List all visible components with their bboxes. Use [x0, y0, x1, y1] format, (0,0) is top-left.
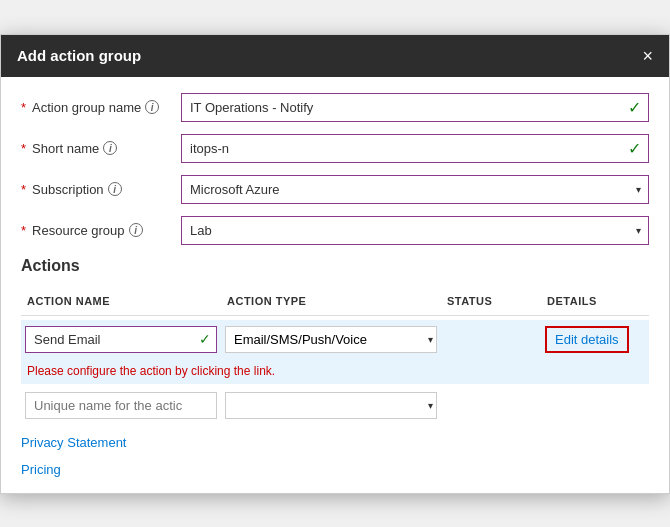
action-table-row: ✓ Email/SMS/Push/Voice ▾ Edit details — [21, 320, 649, 359]
short-name-input-wrap: ✓ — [181, 134, 649, 163]
action-details-cell: Edit details — [541, 326, 649, 353]
short-name-label: * Short name i — [21, 141, 181, 156]
action-type-select[interactable]: Email/SMS/Push/Voice — [225, 326, 437, 353]
dialog-header: Add action group × — [1, 35, 669, 77]
col-details: DETAILS — [541, 291, 649, 311]
new-action-type-select[interactable] — [225, 392, 437, 419]
dialog-title: Add action group — [17, 47, 141, 64]
short-name-check-icon: ✓ — [628, 139, 641, 158]
resource-group-label: * Resource group i — [21, 223, 181, 238]
required-star-3: * — [21, 182, 26, 197]
error-message: Please configure the action by clicking … — [27, 364, 275, 378]
subscription-select[interactable]: Microsoft Azure — [181, 175, 649, 204]
subscription-select-wrap: Microsoft Azure ▾ — [181, 175, 649, 204]
subscription-label: * Subscription i — [21, 182, 181, 197]
short-name-input[interactable] — [181, 134, 649, 163]
action-group-name-row: * Action group name i ✓ — [21, 93, 649, 122]
subscription-info-icon[interactable]: i — [108, 182, 122, 196]
short-name-row: * Short name i ✓ — [21, 134, 649, 163]
col-action-type: ACTION TYPE — [221, 291, 441, 311]
new-action-name-wrap — [21, 392, 221, 419]
new-action-name-input[interactable] — [25, 392, 217, 419]
resource-group-select-wrap: Lab ▾ — [181, 216, 649, 245]
action-type-cell: Email/SMS/Push/Voice ▾ — [221, 326, 441, 353]
error-row: Please configure the action by clicking … — [21, 359, 649, 384]
actions-table-header: ACTION NAME ACTION TYPE STATUS DETAILS — [21, 287, 649, 316]
short-name-info-icon[interactable]: i — [103, 141, 117, 155]
col-status: STATUS — [441, 291, 541, 311]
col-action-name: ACTION NAME — [21, 291, 221, 311]
action-group-name-input[interactable] — [181, 93, 649, 122]
resource-group-info-icon[interactable]: i — [129, 223, 143, 237]
required-star: * — [21, 100, 26, 115]
edit-details-button[interactable]: Edit details — [545, 326, 629, 353]
action-group-name-input-wrap: ✓ — [181, 93, 649, 122]
action-group-name-info-icon[interactable]: i — [145, 100, 159, 114]
privacy-statement-link[interactable]: Privacy Statement — [21, 435, 649, 450]
actions-section-title: Actions — [21, 257, 649, 275]
dialog-body: * Action group name i ✓ * Short name i ✓ — [1, 77, 669, 493]
resource-group-row: * Resource group i Lab ▾ — [21, 216, 649, 245]
required-star-4: * — [21, 223, 26, 238]
add-action-group-dialog: Add action group × * Action group name i… — [0, 34, 670, 494]
action-group-name-check-icon: ✓ — [628, 98, 641, 117]
required-star-2: * — [21, 141, 26, 156]
resource-group-select[interactable]: Lab — [181, 216, 649, 245]
action-name-cell: ✓ — [21, 326, 221, 353]
new-action-type-wrap: ▾ — [221, 392, 441, 419]
action-group-name-label: * Action group name i — [21, 100, 181, 115]
subscription-row: * Subscription i Microsoft Azure ▾ — [21, 175, 649, 204]
close-button[interactable]: × — [642, 47, 653, 65]
new-action-row: ▾ — [21, 384, 649, 423]
pricing-link[interactable]: Pricing — [21, 462, 649, 477]
action-name-check-icon: ✓ — [199, 331, 211, 347]
action-name-input[interactable] — [25, 326, 217, 353]
